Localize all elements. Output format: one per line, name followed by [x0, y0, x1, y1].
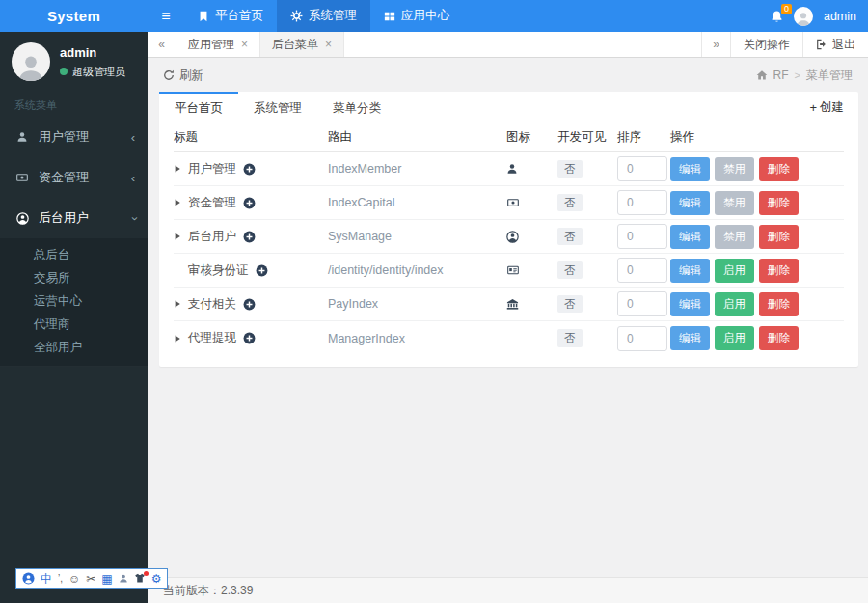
toggle-status-button[interactable]: 禁用	[715, 191, 754, 215]
table-header-row: 标题 路由 图标 开发可见 排序 操作	[174, 123, 844, 152]
backend-users-submenu: 总后台 交易所 运营中心 代理商 全部用户	[0, 238, 148, 367]
sidebar-item-backend-users[interactable]: 后台用户 ‹	[0, 198, 148, 238]
table-row: 资金管理 IndexCapital 否 编辑 禁用 删除	[174, 186, 844, 220]
nav-item-system-manage[interactable]: 系统管理	[277, 0, 370, 32]
delete-button[interactable]: 删除	[759, 259, 799, 283]
sidebar-item-user-manage[interactable]: 用户管理 ‹	[0, 117, 148, 157]
sidebar-item-capital-manage[interactable]: 资金管理 ‹	[0, 157, 148, 198]
sort-input[interactable]	[617, 258, 667, 283]
dev-visible-badge: 否	[557, 261, 583, 280]
edit-button[interactable]: 编辑	[670, 326, 710, 350]
version-footer: 当前版本：2.3.39	[148, 577, 868, 603]
delete-button[interactable]: 删除	[759, 191, 799, 215]
window-tabbar: « 应用管理 × 后台菜单 × » 关闭操作 退出	[148, 32, 868, 58]
edit-button[interactable]: 编辑	[670, 191, 710, 215]
toggle-status-button[interactable]: 禁用	[715, 225, 754, 249]
sort-input[interactable]	[617, 224, 667, 249]
refresh-button[interactable]: 刷新	[163, 68, 203, 84]
sidebar-subitem-master-backend[interactable]: 总后台	[0, 243, 148, 266]
row-route: SysManage	[328, 230, 506, 243]
table-row: 后台用户 SysManage 否 编辑 禁用 删除	[174, 220, 844, 254]
nav-item-app-center[interactable]: 应用中心	[370, 0, 463, 32]
sidebar-subitem-operation-center[interactable]: 运营中心	[0, 289, 148, 313]
sidebar-avatar[interactable]	[12, 42, 50, 81]
card-tab-platform-home[interactable]: 平台首页	[159, 92, 238, 123]
logout-button[interactable]: 退出	[802, 32, 868, 57]
keyboard-icon[interactable]: ▦	[101, 573, 112, 585]
tabs-scroll-right-button[interactable]: »	[701, 32, 730, 57]
delete-button[interactable]: 删除	[759, 157, 799, 181]
expand-caret-icon[interactable]	[174, 164, 181, 174]
ime-punct-icon[interactable]: ’,	[58, 574, 63, 584]
ime-language-bar[interactable]: 中 ’, ☺ ✂ ▦ ⚙	[15, 568, 168, 589]
tab-app-manage[interactable]: 应用管理 ×	[176, 32, 260, 57]
sidebar-subitem-all-users[interactable]: 全部用户	[0, 336, 148, 359]
table-row: 代理提现 ManagerIndex 否 编辑 启用 删除	[174, 321, 844, 355]
sort-input[interactable]	[617, 326, 667, 351]
add-child-icon[interactable]	[243, 197, 256, 209]
create-button[interactable]: + 创建	[795, 92, 858, 123]
toggle-status-button[interactable]: 禁用	[715, 157, 754, 181]
breadcrumb-separator: >	[795, 69, 800, 81]
expand-caret-icon[interactable]	[174, 334, 181, 343]
table-row: 支付相关 PayIndex 否 编辑 启用 删除	[174, 288, 844, 321]
header-right: 0 admin	[771, 0, 868, 32]
settings-gear-icon[interactable]: ⚙	[151, 573, 162, 585]
expand-caret-icon[interactable]	[174, 299, 181, 309]
sort-input[interactable]	[617, 156, 667, 181]
sort-input[interactable]	[617, 291, 667, 316]
edit-button[interactable]: 编辑	[670, 259, 710, 283]
add-child-icon[interactable]	[243, 163, 256, 176]
ime-mode-label[interactable]: 中	[41, 573, 52, 585]
sidebar-toggle-button[interactable]: ≡	[148, 0, 184, 32]
sort-input[interactable]	[617, 190, 667, 215]
user-circle-icon	[14, 212, 30, 225]
notifications-button[interactable]: 0	[771, 10, 783, 23]
nav-item-platform-home[interactable]: 平台首页	[184, 0, 277, 32]
user-icon	[14, 131, 30, 143]
skin-icon[interactable]	[134, 573, 146, 584]
sidebar-username: admin	[60, 45, 125, 60]
edit-button[interactable]: 编辑	[670, 292, 710, 316]
col-header-actions: 操作	[670, 129, 844, 146]
edit-button[interactable]: 编辑	[670, 225, 710, 249]
close-icon[interactable]: ×	[325, 38, 332, 51]
card-tab-menu-category[interactable]: 菜单分类	[317, 92, 396, 123]
expand-caret-icon[interactable]	[174, 198, 181, 207]
tab-label: 应用管理	[188, 37, 234, 53]
toggle-status-button[interactable]: 启用	[715, 326, 754, 350]
user-avatar[interactable]	[794, 7, 813, 26]
add-child-icon[interactable]	[243, 332, 256, 344]
delete-button[interactable]: 删除	[759, 292, 799, 316]
person-icon[interactable]	[119, 573, 128, 584]
delete-button[interactable]: 删除	[759, 326, 799, 350]
logout-icon	[816, 39, 827, 50]
add-child-icon[interactable]	[243, 298, 256, 311]
close-operations-button[interactable]: 关闭操作	[730, 32, 802, 57]
breadcrumb-root[interactable]: RF	[773, 69, 789, 82]
notification-badge: 0	[781, 4, 792, 14]
sidebar-subitem-exchange[interactable]: 交易所	[0, 266, 148, 289]
delete-button[interactable]: 删除	[759, 225, 799, 249]
sidebar-subitem-agent[interactable]: 代理商	[0, 313, 148, 336]
app-logo[interactable]: System	[0, 0, 148, 32]
close-icon[interactable]: ×	[241, 38, 248, 51]
tab-backend-menu[interactable]: 后台菜单 ×	[260, 32, 344, 57]
scissors-icon[interactable]: ✂	[86, 573, 95, 585]
add-child-icon[interactable]	[243, 231, 256, 243]
expand-caret-icon[interactable]	[174, 232, 181, 241]
table-row: 用户管理 IndexMember 否 编辑 禁用 删除	[174, 152, 844, 186]
row-title: 资金管理	[188, 195, 236, 211]
refresh-label: 刷新	[179, 68, 203, 84]
card-tab-system-manage[interactable]: 系统管理	[238, 92, 317, 123]
emoji-icon[interactable]: ☺	[68, 573, 80, 585]
edit-button[interactable]: 编辑	[670, 157, 710, 181]
sidebar-item-label: 后台用户	[39, 209, 89, 227]
username-label[interactable]: admin	[824, 10, 856, 23]
tabs-scroll-left-button[interactable]: «	[148, 32, 176, 57]
dev-visible-badge: 否	[557, 295, 583, 314]
toggle-status-button[interactable]: 启用	[715, 259, 754, 283]
menu-table: 标题 路由 图标 开发可见 排序 操作 用户管理 IndexMember 否 编…	[159, 123, 858, 367]
toggle-status-button[interactable]: 启用	[715, 292, 754, 316]
add-child-icon[interactable]	[256, 264, 268, 277]
